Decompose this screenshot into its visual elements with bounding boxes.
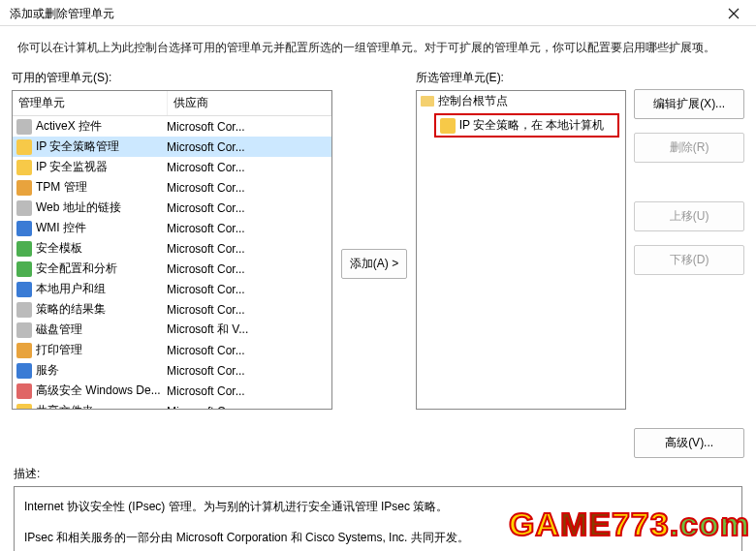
snapin-icon — [16, 282, 32, 297]
tree-root-label: 控制台根节点 — [438, 93, 508, 109]
edit-extensions-button[interactable]: 编辑扩展(X)... — [634, 89, 744, 119]
list-row[interactable]: 安全配置和分析Microsoft Cor... — [13, 259, 331, 279]
snapin-name: 安全模板 — [36, 240, 82, 257]
list-row[interactable]: 磁盘管理Microsoft 和 V... — [13, 320, 331, 340]
snapin-icon — [16, 200, 32, 216]
snapin-vendor: Microsoft Cor... — [167, 262, 328, 276]
list-row[interactable]: Web 地址的链接Microsoft Cor... — [13, 198, 331, 218]
close-button[interactable] — [719, 4, 748, 23]
list-header: 管理单元 供应商 — [13, 91, 331, 116]
list-cell-name: 服务 — [16, 362, 167, 379]
snapin-name: 安全配置和分析 — [36, 260, 117, 277]
header-snapin[interactable]: 管理单元 — [13, 91, 168, 115]
move-up-button[interactable]: 上移(U) — [634, 201, 744, 231]
snapin-vendor: Microsoft Cor... — [167, 384, 328, 398]
snapin-icon — [16, 119, 32, 135]
available-list-body[interactable]: ActiveX 控件Microsoft Cor...IP 安全策略管理Micro… — [13, 116, 331, 410]
list-row[interactable]: 服务Microsoft Cor... — [13, 360, 331, 381]
snapin-icon — [16, 322, 32, 338]
snapin-name: Web 地址的链接 — [36, 199, 121, 216]
window-title: 添加或删除管理单元 — [10, 6, 114, 22]
snapin-name: 打印管理 — [36, 342, 82, 358]
description-section: 描述: Internet 协议安全性 (IPsec) 管理。为与别的计算机进行安… — [0, 458, 756, 551]
snapin-vendor: Microsoft 和 V... — [167, 321, 328, 338]
header-vendor[interactable]: 供应商 — [168, 91, 331, 115]
tree-item-label: IP 安全策略，在 本地计算机 — [459, 117, 605, 134]
selected-column: 所选管理单元(E): 控制台根节点 IP 安全策略，在 本地计算机 — [416, 70, 627, 458]
description-box: Internet 协议安全性 (IPsec) 管理。为与别的计算机进行安全通讯管… — [14, 486, 742, 551]
snapin-icon — [16, 363, 32, 379]
snapin-name: 共享文件夹 — [36, 403, 94, 410]
snapin-name: IP 安全策略管理 — [36, 138, 119, 155]
main-area: 可用的管理单元(S): 管理单元 供应商 ActiveX 控件Microsoft… — [0, 70, 756, 458]
list-cell-name: 共享文件夹 — [16, 403, 167, 410]
snapin-name: 高级安全 Windows De... — [36, 383, 161, 399]
snapin-icon — [16, 302, 32, 318]
snapin-name: 策略的结果集 — [36, 301, 106, 318]
snapin-name: WMI 控件 — [36, 220, 86, 236]
intro-text: 你可以在计算机上为此控制台选择可用的管理单元并配置所选的一组管理单元。对于可扩展… — [0, 26, 756, 70]
list-row[interactable]: 共享文件夹Microsoft Cor... — [13, 401, 331, 410]
list-cell-name: 策略的结果集 — [16, 301, 167, 318]
snapin-name: 磁盘管理 — [36, 321, 82, 338]
list-row[interactable]: 本地用户和组Microsoft Cor... — [13, 279, 331, 299]
snapin-vendor: Microsoft Cor... — [167, 201, 328, 215]
list-cell-name: 打印管理 — [16, 342, 167, 358]
list-cell-name: 磁盘管理 — [16, 321, 167, 338]
list-row[interactable]: WMI 控件Microsoft Cor... — [13, 218, 331, 238]
list-cell-name: 本地用户和组 — [16, 281, 167, 297]
close-icon — [728, 8, 740, 19]
list-cell-name: IP 安全监视器 — [16, 159, 167, 175]
snapin-name: ActiveX 控件 — [36, 118, 102, 135]
available-listbox[interactable]: 管理单元 供应商 ActiveX 控件Microsoft Cor...IP 安全… — [12, 90, 332, 410]
titlebar: 添加或删除管理单元 — [0, 0, 756, 26]
snapin-vendor: Microsoft Cor... — [167, 120, 328, 134]
snapin-vendor: Microsoft Cor... — [167, 242, 328, 256]
snapin-vendor: Microsoft Cor... — [167, 364, 328, 378]
snapin-name: 本地用户和组 — [36, 281, 106, 297]
snapin-name: 服务 — [36, 362, 59, 379]
snapin-icon — [16, 343, 32, 358]
list-row[interactable]: 策略的结果集Microsoft Cor... — [13, 299, 331, 320]
list-cell-name: WMI 控件 — [16, 220, 167, 236]
list-row[interactable]: 安全模板Microsoft Cor... — [13, 238, 331, 259]
list-row[interactable]: ActiveX 控件Microsoft Cor... — [13, 116, 331, 137]
snapin-vendor: Microsoft Cor... — [167, 283, 328, 296]
list-row[interactable]: IP 安全监视器Microsoft Cor... — [13, 157, 331, 177]
description-line1: Internet 协议安全性 (IPsec) 管理。为与别的计算机进行安全通讯管… — [24, 497, 732, 518]
advanced-button[interactable]: 高级(V)... — [634, 428, 744, 458]
folder-icon — [421, 96, 434, 107]
list-row[interactable]: IP 安全策略管理Microsoft Cor... — [13, 137, 331, 157]
tree-root[interactable]: 控制台根节点 — [417, 91, 626, 111]
list-row[interactable]: TPM 管理Microsoft Cor... — [13, 177, 331, 198]
list-cell-name: 安全模板 — [16, 240, 167, 257]
selected-label: 所选管理单元(E): — [416, 70, 627, 86]
snapin-vendor: Microsoft Cor... — [167, 140, 328, 154]
snapin-name: IP 安全监视器 — [36, 159, 108, 175]
snapin-icon — [16, 221, 32, 236]
list-cell-name: 高级安全 Windows De... — [16, 383, 167, 399]
available-column: 可用的管理单元(S): 管理单元 供应商 ActiveX 控件Microsoft… — [12, 70, 332, 458]
snapin-vendor: Microsoft Cor... — [167, 344, 328, 357]
snapin-vendor: Microsoft Cor... — [167, 161, 328, 174]
snapin-vendor: Microsoft Cor... — [167, 405, 328, 411]
list-cell-name: 安全配置和分析 — [16, 260, 167, 277]
tree-item-ipsec[interactable]: IP 安全策略，在 本地计算机 — [434, 113, 620, 138]
snapin-icon — [16, 139, 32, 155]
list-cell-name: ActiveX 控件 — [16, 118, 167, 135]
list-cell-name: TPM 管理 — [16, 179, 167, 196]
snapin-icon — [16, 160, 32, 175]
list-row[interactable]: 打印管理Microsoft Cor... — [13, 340, 331, 360]
snapin-icon — [16, 261, 32, 277]
description-label: 描述: — [14, 466, 742, 482]
selected-tree[interactable]: 控制台根节点 IP 安全策略，在 本地计算机 — [416, 90, 627, 410]
snapin-icon — [16, 404, 32, 411]
list-row[interactable]: 高级安全 Windows De...Microsoft Cor... — [13, 381, 331, 401]
description-line2: IPsec 和相关服务的一部分由 Microsoft Corporation 和… — [24, 528, 732, 549]
remove-button[interactable]: 删除(R) — [634, 133, 744, 163]
add-button[interactable]: 添加(A) > — [341, 249, 407, 279]
shield-icon — [440, 118, 456, 134]
snapin-icon — [16, 241, 32, 257]
snapin-vendor: Microsoft Cor... — [167, 222, 328, 235]
move-down-button[interactable]: 下移(D) — [634, 245, 744, 275]
